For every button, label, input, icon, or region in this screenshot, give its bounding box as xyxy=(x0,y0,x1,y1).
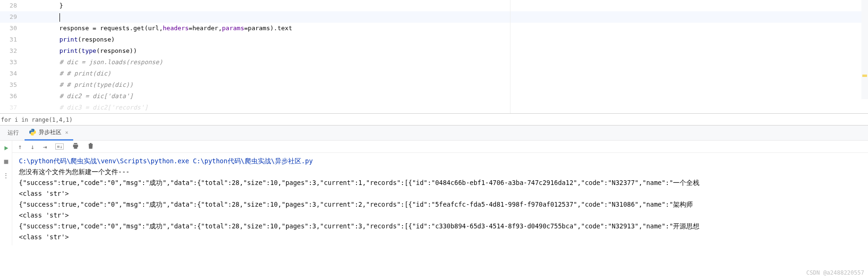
code-content[interactable]: print(response) xyxy=(26,34,115,45)
rerun-icon[interactable] xyxy=(2,144,9,151)
down-icon[interactable]: ↓ xyxy=(30,143,34,151)
scroll-to-end-icon[interactable]: ≡↓ xyxy=(55,143,64,150)
line-number: 28 xyxy=(0,0,26,11)
code-content[interactable]: # # print(dic) xyxy=(26,68,111,79)
breadcrumb[interactable]: for i in range(1,4,1) xyxy=(0,113,868,126)
editor-scrollbar-track[interactable] xyxy=(861,0,868,99)
console-output[interactable]: C:\python代码\爬虫实战\venv\Scripts\python.exe… xyxy=(12,153,868,245)
code-line[interactable]: 31 print(response) xyxy=(0,34,868,45)
run-toolbar-left: ⋮ xyxy=(0,141,12,245)
line-number: 33 xyxy=(0,57,26,68)
stop-icon[interactable] xyxy=(2,158,9,165)
console-line: <class 'str'> xyxy=(19,188,861,199)
code-line[interactable]: 37 # dic3 = dic2['records'] xyxy=(0,102,868,113)
run-tab-label: 异步社区 xyxy=(39,128,61,136)
console-line: <class 'str'> xyxy=(19,210,861,221)
code-content[interactable]: # dic2 = dic['data'] xyxy=(26,91,133,102)
code-content[interactable]: response = requests.get(url,headers=hear… xyxy=(26,23,292,34)
print-icon[interactable] xyxy=(72,143,79,151)
run-tab-bar: 运行 异步社区 ✕ xyxy=(0,126,868,141)
warning-marker[interactable] xyxy=(862,75,867,77)
code-line[interactable]: 33 # dic = json.loads(response) xyxy=(0,57,868,68)
python-icon xyxy=(29,129,36,135)
console-command: C:\python代码\爬虫实战\venv\Scripts\python.exe… xyxy=(19,156,861,167)
line-number: 30 xyxy=(0,23,26,34)
line-number: 34 xyxy=(0,68,26,79)
run-label: 运行 xyxy=(4,129,23,137)
code-line[interactable]: 36 # dic2 = dic['data'] xyxy=(0,91,868,102)
console-line: {"success":true,"code":"0","msg":"成功","d… xyxy=(19,199,861,210)
code-content[interactable] xyxy=(26,11,60,23)
console-line: {"success":true,"code":"0","msg":"成功","d… xyxy=(19,221,861,232)
trash-icon[interactable] xyxy=(87,143,94,151)
up-icon[interactable]: ↑ xyxy=(18,143,22,151)
line-number: 37 xyxy=(0,102,26,113)
console-line: {"success":true,"code":"0","msg":"成功","d… xyxy=(19,177,861,188)
code-editor[interactable]: 28 }29 30 response = requests.get(url,he… xyxy=(0,0,868,113)
code-content[interactable]: print(type(response)) xyxy=(26,45,137,57)
code-line[interactable]: 29 xyxy=(0,11,868,23)
line-number: 35 xyxy=(0,79,26,91)
text-cursor xyxy=(60,13,60,22)
svg-rect-0 xyxy=(4,159,8,164)
line-number: 31 xyxy=(0,34,26,45)
code-content[interactable]: } xyxy=(26,0,63,11)
code-line[interactable]: 30 response = requests.get(url,headers=h… xyxy=(0,23,868,34)
line-number: 36 xyxy=(0,91,26,102)
code-line[interactable]: 28 } xyxy=(0,0,868,11)
more-icon[interactable]: ⋮ xyxy=(2,172,9,179)
code-line[interactable]: 32 print(type(response)) xyxy=(0,45,868,57)
line-number: 32 xyxy=(0,45,26,57)
code-line[interactable]: 35 # # print(type(dic)) xyxy=(0,79,868,91)
run-tab[interactable]: 异步社区 ✕ xyxy=(25,126,73,141)
code-content[interactable]: # # print(type(dic)) xyxy=(26,79,133,91)
code-content[interactable]: # dic = json.loads(response) xyxy=(26,57,163,68)
console-toolbar: ↑ ↓ ⇥ ≡↓ xyxy=(12,141,868,153)
run-tool-window: 运行 异步社区 ✕ ⋮ ↑ ↓ ⇥ ≡↓ xyxy=(0,126,868,245)
soft-wrap-icon[interactable]: ⇥ xyxy=(43,143,47,151)
code-line[interactable]: 34 # # print(dic) xyxy=(0,68,868,79)
code-content[interactable]: # dic3 = dic2['records'] xyxy=(26,102,148,113)
margin-guide xyxy=(510,0,511,113)
console-line: <class 'str'> xyxy=(19,232,861,243)
close-icon[interactable]: ✕ xyxy=(65,129,68,135)
line-number: 29 xyxy=(0,11,26,23)
console-line: 您没有这个文件为您新建一个文件--- xyxy=(19,167,861,177)
